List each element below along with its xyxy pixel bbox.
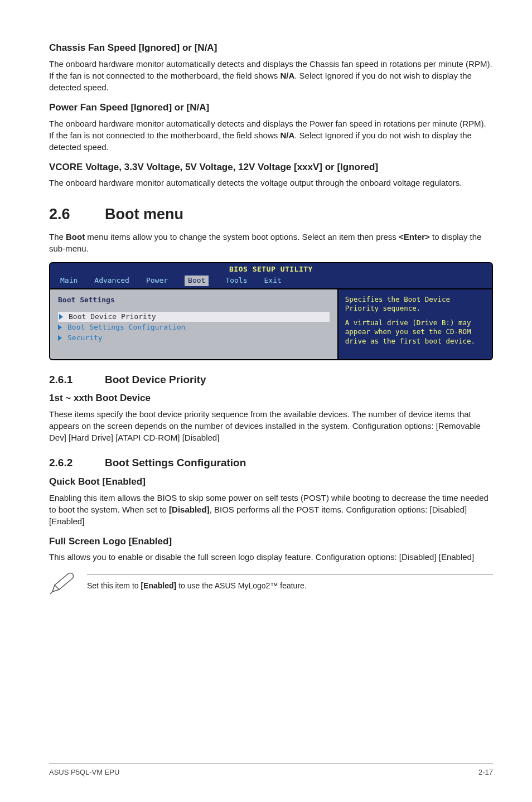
text: The bbox=[49, 232, 66, 241]
bios-title: BIOS SETUP UTILITY bbox=[50, 263, 492, 274]
bios-tab-exit[interactable]: Exit bbox=[264, 276, 282, 286]
power-fan-paragraph: The onboard hardware monitor automatical… bbox=[49, 118, 493, 153]
footer-product: ASUS P5QL-VM EPU bbox=[49, 767, 119, 777]
text-bold: Boot bbox=[66, 232, 85, 241]
pencil-icon bbox=[49, 571, 76, 595]
bios-tab-main[interactable]: Main bbox=[60, 276, 78, 286]
full-screen-logo-paragraph: This allows you to enable or disable the… bbox=[49, 551, 493, 563]
text: menu items allow you to change the syste… bbox=[85, 232, 399, 241]
page-footer: ASUS P5QL-VM EPU 2-17 bbox=[49, 764, 493, 777]
subsection-name: Boot Settings Configuration bbox=[105, 456, 246, 471]
subsection-2-6-2-title: 2.6.2 Boot Settings Configuration bbox=[49, 456, 493, 471]
quick-boot-paragraph: Enabling this item allows the BIOS to sk… bbox=[49, 492, 493, 527]
bios-panel-heading: Boot Settings bbox=[58, 295, 330, 305]
subsection-number: 2.6.1 bbox=[49, 373, 105, 388]
text-bold: N/A bbox=[280, 131, 294, 140]
triangle-icon bbox=[59, 314, 63, 320]
full-screen-logo-heading: Full Screen Logo [Enabled] bbox=[49, 535, 493, 548]
bios-tab-advanced[interactable]: Advanced bbox=[94, 276, 129, 286]
text-bold: N/A bbox=[280, 71, 294, 80]
power-fan-heading: Power Fan Speed [Ignored] or [N/A] bbox=[49, 101, 493, 114]
triangle-icon bbox=[58, 325, 62, 330]
bios-help-text: Specifies the Boot Device Priority seque… bbox=[345, 295, 485, 313]
subsection-name: Boot Device Priority bbox=[105, 373, 206, 388]
bios-menu-boot-device-priority[interactable]: Boot Device Priority bbox=[58, 312, 330, 322]
text: Set this item to bbox=[87, 581, 141, 590]
subsection-number: 2.6.2 bbox=[49, 456, 105, 471]
bios-menu-label: Boot Device Priority bbox=[69, 312, 156, 322]
section-2-6-intro: The Boot menu items allow you to change … bbox=[49, 231, 493, 254]
boot-device-heading: 1st ~ xxth Boot Device bbox=[49, 392, 493, 405]
divider bbox=[87, 574, 493, 575]
bios-left-panel: Boot Settings Boot Device Priority Boot … bbox=[50, 288, 337, 359]
triangle-icon bbox=[58, 335, 62, 341]
quick-boot-heading: Quick Boot [Enabled] bbox=[49, 475, 493, 489]
text: to use the ASUS MyLogo2™ feature. bbox=[176, 581, 306, 590]
bios-help-panel: Specifies the Boot Device Priority seque… bbox=[337, 288, 492, 359]
bios-menu-label: Security bbox=[67, 333, 103, 343]
bios-tab-tools[interactable]: Tools bbox=[225, 276, 247, 286]
footer-page-number: 2-17 bbox=[478, 767, 493, 777]
subsection-2-6-1-title: 2.6.1 Boot Device Priority bbox=[49, 373, 493, 388]
boot-device-paragraph: These items specify the boot device prio… bbox=[49, 408, 493, 443]
bios-tab-bar: Main Advanced Power Boot Tools Exit bbox=[50, 274, 492, 288]
note-row: Set this item to [Enabled] to use the AS… bbox=[49, 571, 493, 595]
vcore-heading: VCORE Voltage, 3.3V Voltage, 5V Voltage,… bbox=[49, 161, 493, 174]
section-2-6-title: 2.6 Boot menu bbox=[49, 204, 493, 225]
chassis-fan-paragraph: The onboard hardware monitor automatical… bbox=[49, 58, 493, 93]
note-text: Set this item to [Enabled] to use the AS… bbox=[87, 581, 493, 592]
bios-setup-screenshot: BIOS SETUP UTILITY Main Advanced Power B… bbox=[49, 262, 493, 360]
text-bold: [Enabled] bbox=[141, 581, 176, 590]
section-number: 2.6 bbox=[49, 204, 105, 225]
bios-tab-boot[interactable]: Boot bbox=[185, 276, 209, 286]
bios-menu-security[interactable]: Security bbox=[58, 333, 330, 343]
bios-menu-label: Boot Settings Configuration bbox=[67, 322, 185, 332]
bios-help-text: A virtual drive (Drive B:) may appear wh… bbox=[345, 318, 485, 346]
text-bold: <Enter> bbox=[399, 232, 430, 241]
vcore-paragraph: The onboard hardware monitor automatical… bbox=[49, 177, 493, 189]
bios-tab-power[interactable]: Power bbox=[146, 276, 168, 286]
bios-menu-boot-settings-config[interactable]: Boot Settings Configuration bbox=[58, 322, 330, 332]
section-name: Boot menu bbox=[105, 204, 183, 225]
text-bold: [Disabled] bbox=[169, 505, 210, 514]
chassis-fan-heading: Chassis Fan Speed [Ignored] or [N/A] bbox=[49, 41, 493, 55]
